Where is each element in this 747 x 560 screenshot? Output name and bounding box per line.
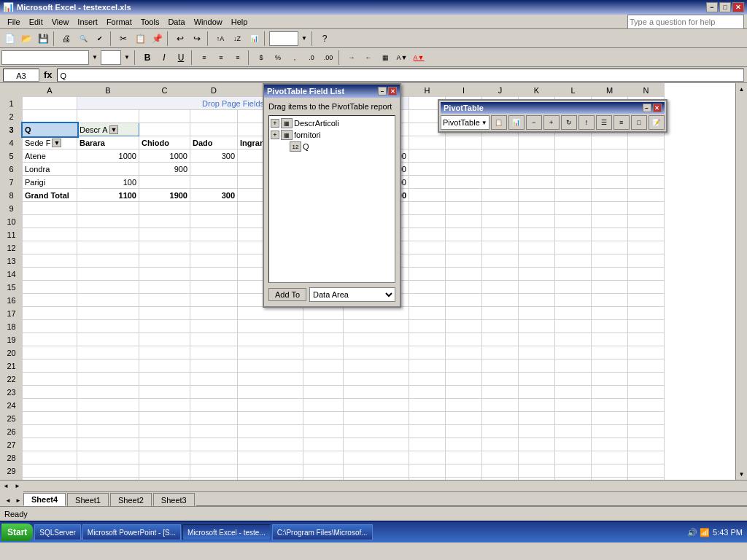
cell-B20[interactable] bbox=[77, 346, 139, 359]
cell-L28[interactable] bbox=[555, 451, 592, 464]
cell-H13[interactable] bbox=[409, 254, 446, 268]
cell-I24[interactable] bbox=[446, 399, 482, 412]
cell-E25[interactable] bbox=[238, 412, 303, 425]
menu-edit[interactable]: Edit bbox=[25, 16, 47, 28]
cell-M12[interactable] bbox=[592, 241, 628, 254]
cell-E18[interactable] bbox=[238, 320, 303, 333]
cell-K19[interactable] bbox=[519, 333, 555, 346]
cell-I21[interactable] bbox=[446, 359, 482, 373]
cell-A13[interactable] bbox=[23, 254, 77, 268]
cell-N13[interactable] bbox=[628, 254, 665, 268]
cell-E17[interactable] bbox=[238, 307, 303, 320]
cell-F30[interactable] bbox=[303, 478, 344, 481]
cell-J19[interactable] bbox=[482, 333, 519, 346]
cell-K13[interactable] bbox=[519, 254, 555, 268]
cell-L29[interactable] bbox=[555, 464, 592, 478]
row-header-27[interactable]: 27 bbox=[1, 438, 23, 451]
col-header-C[interactable]: C bbox=[139, 84, 190, 97]
cell-M22[interactable] bbox=[592, 373, 628, 386]
cell-A10[interactable] bbox=[23, 215, 77, 228]
cell-L5[interactable] bbox=[555, 149, 592, 163]
cell-F19[interactable] bbox=[303, 333, 344, 346]
taskbar-item-excel[interactable]: Microsoft Excel - teste... bbox=[182, 524, 271, 540]
menu-insert[interactable]: Insert bbox=[73, 16, 102, 28]
cell-K24[interactable] bbox=[519, 399, 555, 412]
cell-M17[interactable] bbox=[592, 307, 628, 320]
cell-N10[interactable] bbox=[628, 215, 665, 228]
cell-N25[interactable] bbox=[628, 412, 665, 425]
cell-B10[interactable] bbox=[77, 215, 139, 228]
cell-A24[interactable] bbox=[23, 399, 77, 412]
cell-A16[interactable] bbox=[23, 294, 77, 307]
col-header-N[interactable]: N bbox=[628, 84, 665, 97]
paste-button[interactable]: 📌 bbox=[149, 31, 165, 47]
cell-B12[interactable] bbox=[77, 241, 139, 254]
col-header-L[interactable]: L bbox=[555, 84, 592, 97]
cell-G20[interactable] bbox=[344, 346, 409, 359]
cell-B3[interactable]: Descr A▼ bbox=[77, 123, 139, 136]
cell-M18[interactable] bbox=[592, 320, 628, 333]
cell-I10[interactable] bbox=[446, 215, 482, 228]
minimize-button[interactable]: − bbox=[706, 2, 718, 12]
expand-icon-DescrArticoli[interactable]: + bbox=[271, 119, 279, 128]
cell-B19[interactable] bbox=[77, 333, 139, 346]
cell-G17[interactable] bbox=[344, 307, 409, 320]
cell-L8[interactable] bbox=[555, 189, 592, 202]
row-header-14[interactable]: 14 bbox=[1, 268, 23, 281]
italic-button[interactable]: I bbox=[156, 50, 172, 66]
cell-N20[interactable] bbox=[628, 346, 665, 359]
cell-C18[interactable] bbox=[139, 320, 190, 333]
row-header-1[interactable]: 1 bbox=[1, 97, 23, 110]
cell-D7[interactable] bbox=[190, 176, 238, 189]
col-header-I[interactable]: I bbox=[446, 84, 482, 97]
cell-M10[interactable] bbox=[592, 215, 628, 228]
cell-B18[interactable] bbox=[77, 320, 139, 333]
cell-B13[interactable] bbox=[77, 254, 139, 268]
cell-A12[interactable] bbox=[23, 241, 77, 254]
cell-I25[interactable] bbox=[446, 412, 482, 425]
cell-B28[interactable] bbox=[77, 451, 139, 464]
row-header-16[interactable]: 16 bbox=[1, 294, 23, 307]
help-search-input[interactable] bbox=[627, 15, 744, 29]
cell-B8[interactable]: 1100 bbox=[77, 189, 139, 202]
cell-D15[interactable] bbox=[190, 281, 238, 294]
cell-M7[interactable] bbox=[592, 176, 628, 189]
cell-F25[interactable] bbox=[303, 412, 344, 425]
pivot-toolbar-minimize-button[interactable]: − bbox=[643, 104, 651, 112]
cell-L11[interactable] bbox=[555, 228, 592, 241]
copy-button[interactable]: 📋 bbox=[132, 31, 148, 47]
cell-K5[interactable] bbox=[519, 149, 555, 163]
row-header-2[interactable]: 2 bbox=[1, 110, 23, 123]
cell-M26[interactable] bbox=[592, 425, 628, 438]
cut-button[interactable]: ✂ bbox=[115, 31, 131, 47]
sheet-tab-sheet1[interactable]: Sheet1 bbox=[67, 493, 109, 506]
cell-B22[interactable] bbox=[77, 373, 139, 386]
menu-data[interactable]: Data bbox=[163, 16, 189, 28]
cell-A26[interactable] bbox=[23, 425, 77, 438]
cell-D4[interactable]: Dado bbox=[190, 136, 238, 149]
indent-button[interactable]: → bbox=[344, 50, 360, 66]
save-button[interactable]: 💾 bbox=[35, 31, 51, 47]
cell-C20[interactable] bbox=[139, 346, 190, 359]
cell-A29[interactable] bbox=[23, 464, 77, 478]
row-header-7[interactable]: 7 bbox=[1, 176, 23, 189]
cell-I15[interactable] bbox=[446, 281, 482, 294]
cell-G18[interactable] bbox=[344, 320, 409, 333]
cell-C30[interactable] bbox=[139, 478, 190, 481]
cell-C17[interactable] bbox=[139, 307, 190, 320]
print-button[interactable]: 🖨 bbox=[58, 31, 74, 47]
cell-K25[interactable] bbox=[519, 412, 555, 425]
pivot-field-list-minimize-button[interactable]: − bbox=[378, 87, 387, 96]
cell-A30[interactable] bbox=[23, 478, 77, 481]
cell-M23[interactable] bbox=[592, 386, 628, 399]
cell-B29[interactable] bbox=[77, 464, 139, 478]
cell-A9[interactable] bbox=[23, 202, 77, 215]
cell-L19[interactable] bbox=[555, 333, 592, 346]
pivot-field-tree[interactable]: + ▦ DescrArticoli + ▦ fornitori 12 Q bbox=[268, 115, 395, 283]
cell-M8[interactable] bbox=[592, 189, 628, 202]
cell-I4[interactable] bbox=[446, 136, 482, 149]
tab-scroll-left[interactable]: ◄ bbox=[3, 494, 13, 506]
cell-B27[interactable] bbox=[77, 438, 139, 451]
cell-L20[interactable] bbox=[555, 346, 592, 359]
cell-M28[interactable] bbox=[592, 451, 628, 464]
